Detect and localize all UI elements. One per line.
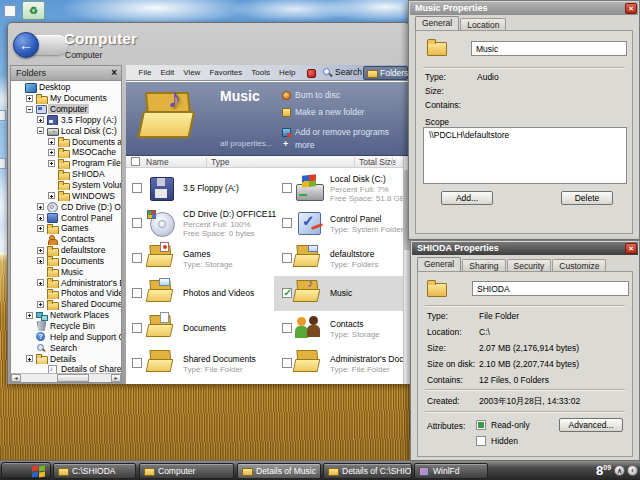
tree-item-windows[interactable]: WINDOWS (11, 190, 121, 201)
collapse-icon[interactable] (26, 106, 33, 113)
item-checkbox[interactable] (132, 323, 142, 333)
tree-item-administrator-s-documents[interactable]: Administrator's Documents (11, 277, 121, 288)
expand-icon[interactable] (48, 160, 55, 167)
file-item-contacts[interactable]: ContactsType: Storage (274, 311, 411, 346)
name-field[interactable]: Music (471, 41, 627, 56)
tree-item-games[interactable]: Games (11, 223, 121, 234)
close-pane-icon[interactable]: × (111, 67, 117, 78)
expand-icon[interactable] (26, 95, 33, 102)
tree-item-my-documents[interactable]: My Documents (11, 93, 121, 104)
file-item-music[interactable]: ♪Music (274, 276, 411, 311)
expand-icon[interactable] (26, 312, 33, 319)
expand-icon[interactable] (37, 225, 44, 232)
tab-general[interactable]: General (417, 257, 461, 271)
item-checkbox[interactable] (282, 218, 292, 228)
tree-item-system-volume-informa[interactable]: System Volume Informa (11, 180, 121, 191)
menu-help[interactable]: Help (274, 68, 299, 77)
task-burn-to-disc[interactable]: Burn to disc (282, 90, 340, 100)
tree-item-network-places[interactable]: Network Places (11, 310, 121, 321)
advanced-button[interactable]: Advanced... (559, 418, 623, 432)
item-checkbox[interactable] (282, 358, 292, 368)
tree-item-3-5-floppy-a[interactable]: 3.5 Floppy (A:) (11, 115, 121, 126)
tree-item-shared-documents[interactable]: Shared Documents (11, 299, 121, 310)
task-more[interactable]: more (282, 140, 314, 150)
file-item-administrator-s-documents[interactable]: Administrator's DocumentsType: File Fold… (274, 346, 411, 381)
tree-item-control-panel[interactable]: Control Panel (11, 212, 121, 223)
tab-location[interactable]: Location (460, 18, 506, 30)
tree-item-recycle-bin[interactable]: Recycle Bin (11, 321, 121, 332)
file-item-photos-and-videos[interactable]: Photos and Videos (126, 276, 274, 311)
tree-item-documents[interactable]: Documents (11, 256, 121, 267)
scope-listbox[interactable]: \\PDCLH\defaultstore (423, 127, 627, 184)
column-total-size[interactable]: Total Size (359, 157, 396, 167)
tree-item-details[interactable]: Details (11, 353, 121, 364)
tree-item-details-of-shared-music[interactable]: Details of Shared Music (11, 364, 121, 373)
tree-item-documents-and-settings[interactable]: Documents and Settings (11, 136, 121, 147)
readonly-checkbox[interactable] (476, 420, 486, 430)
item-checkbox[interactable] (282, 183, 292, 193)
file-item-local-disk-c[interactable]: Local Disk (C:)Percent Full: 7%Free Spac… (274, 171, 411, 206)
add-button[interactable]: Add... (441, 191, 493, 205)
menu-favorites[interactable]: Favorites (205, 68, 247, 77)
item-checkbox[interactable] (132, 253, 142, 263)
tree-item-photos-and-videos[interactable]: Photos and Videos (11, 288, 121, 299)
delete-button[interactable]: Delete (561, 191, 613, 205)
desktop-icon-document[interactable] (4, 5, 16, 17)
checked-checkbox[interactable] (282, 288, 292, 298)
tree-item-search[interactable]: Search (11, 342, 121, 353)
expand-icon[interactable] (48, 192, 55, 199)
dialog-title-bar[interactable]: Music Properties (410, 2, 638, 15)
expand-icon[interactable] (48, 138, 55, 145)
file-item-documents[interactable]: Documents (126, 311, 274, 346)
tray-collapse-icon[interactable]: ∧ (614, 465, 625, 476)
taskbar-item-details-of-music[interactable]: Details of Music (237, 463, 321, 479)
tree-item-msocache[interactable]: MSOCache (11, 147, 121, 158)
taskbar-item-details-of-c-shioda[interactable]: Details of C:\SHIODA (323, 463, 412, 479)
dialog-title-bar[interactable]: SHIODA Properties (412, 242, 638, 255)
tree-item-contacts[interactable]: Contacts (11, 234, 121, 245)
list-header[interactable]: Name Type Total Size (126, 156, 411, 168)
scroll-right-icon[interactable]: ▸ (111, 374, 121, 382)
expand-icon[interactable] (37, 203, 44, 210)
menu-view[interactable]: View (179, 68, 205, 77)
item-checkbox[interactable] (132, 288, 142, 298)
all-properties-link[interactable]: all properties... (220, 139, 272, 148)
tree-item-defaultstore[interactable]: defaultstore (11, 245, 121, 256)
folders-button[interactable]: Folders (363, 66, 408, 80)
tree-item-computer[interactable]: Computer (11, 104, 121, 115)
back-button[interactable]: ← (13, 32, 39, 58)
expand-icon[interactable] (37, 301, 44, 308)
tab-customize[interactable]: Customize (552, 259, 606, 271)
expand-icon[interactable] (48, 149, 55, 156)
file-item-shared-documents[interactable]: Shared DocumentsType: File Folder (126, 346, 274, 381)
tab-general[interactable]: General (415, 16, 459, 30)
expand-icon[interactable] (26, 355, 33, 362)
tree-horizontal-scrollbar[interactable]: ◂ ▸ (11, 373, 121, 382)
task-add-or-remove-programs[interactable]: Add or remove programs (282, 127, 389, 137)
file-item-3-5-floppy-a[interactable]: 3.5 Floppy (A:) (126, 171, 274, 206)
taskbar-item-winlfd[interactable]: WinlFd (414, 463, 488, 479)
tab-sharing[interactable]: Sharing (462, 259, 505, 271)
expand-icon[interactable] (37, 247, 44, 254)
collapse-icon[interactable] (37, 127, 44, 134)
item-checkbox[interactable] (282, 253, 292, 263)
tray-expand-icon[interactable]: ‹ (627, 465, 638, 476)
column-name[interactable]: Name (146, 157, 169, 167)
start-button[interactable] (1, 462, 51, 479)
taskbar-item-c-shioda[interactable]: C:\SHIODA (53, 463, 136, 479)
expand-icon[interactable] (37, 116, 44, 123)
tree-item-local-disk-c[interactable]: Local Disk (C:) (11, 125, 121, 136)
close-icon[interactable]: × (625, 243, 637, 254)
tree-item-shioda[interactable]: SHIODA (11, 169, 121, 180)
tree-item-desktop[interactable]: Desktop (11, 82, 121, 93)
item-checkbox[interactable] (132, 218, 142, 228)
menu-file[interactable]: File (134, 68, 156, 77)
file-item-defaultstore[interactable]: defaultstoreType: Folders (274, 241, 411, 276)
hidden-checkbox[interactable] (476, 436, 486, 446)
expand-icon[interactable] (37, 214, 44, 221)
tree-item-program-files[interactable]: Program Files (11, 158, 121, 169)
scroll-left-icon[interactable]: ◂ (11, 374, 21, 382)
tree-item-cd-drive-d-office11[interactable]: CD Drive (D:) OFFICE11 (11, 201, 121, 212)
file-item-control-panel[interactable]: Control PanelType: System Folder (274, 206, 411, 241)
taskbar-item-computer[interactable]: Computer (139, 463, 234, 479)
